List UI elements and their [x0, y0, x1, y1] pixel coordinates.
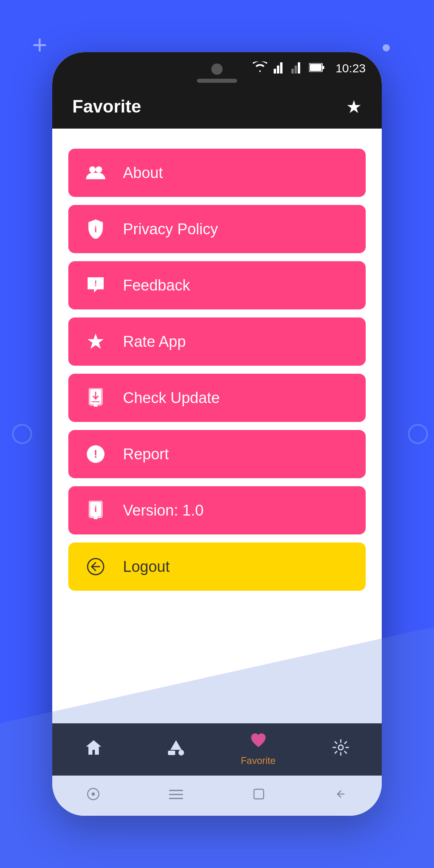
about-label: About: [123, 164, 163, 182]
signal2-icon: [291, 61, 303, 76]
rate-app-label: Rate App: [123, 333, 186, 350]
status-icons: 10:23: [253, 61, 366, 76]
signal-icon: [274, 61, 285, 76]
nav-favorite[interactable]: Favorite: [217, 733, 299, 766]
nav-home[interactable]: [52, 739, 135, 760]
feedback-label: Feedback: [123, 277, 190, 294]
svg-text:i: i: [94, 504, 97, 514]
svg-rect-17: [94, 404, 98, 407]
svg-text:!: !: [94, 448, 97, 460]
svg-rect-35: [254, 789, 264, 799]
android-nav: [52, 776, 382, 816]
circle-right-decoration: [408, 424, 428, 444]
check-update-label: Check Update: [123, 389, 220, 407]
bottom-nav: Favorite: [52, 723, 382, 776]
main-content: About i Privacy Policy ! Feedback: [52, 129, 382, 723]
android-back-btn[interactable]: [334, 787, 348, 805]
report-icon: !: [84, 443, 107, 465]
logout-icon: [84, 555, 107, 578]
logout-label: Logout: [123, 558, 170, 575]
privacy-policy-label: Privacy Policy: [123, 221, 218, 238]
svg-rect-8: [322, 66, 324, 69]
header-star-icon[interactable]: ★: [346, 96, 362, 117]
version-button[interactable]: i Version: 1.0: [68, 486, 366, 534]
battery-icon: [309, 62, 324, 75]
check-update-icon: [84, 387, 107, 409]
svg-rect-0: [274, 69, 276, 74]
status-time: 10:23: [336, 61, 366, 75]
svg-marker-13: [88, 334, 104, 349]
notch-area: [197, 52, 237, 83]
check-update-button[interactable]: Check Update: [68, 374, 366, 422]
svg-point-9: [89, 166, 96, 173]
settings-icon: [332, 739, 349, 760]
shapes-icon: [167, 739, 185, 760]
svg-point-31: [92, 792, 95, 796]
report-label: Report: [123, 446, 169, 463]
privacy-policy-icon: i: [84, 218, 107, 240]
circle-left-decoration: [12, 424, 32, 444]
svg-rect-23: [94, 517, 98, 519]
svg-point-28: [178, 750, 184, 755]
report-button[interactable]: ! Report: [68, 430, 366, 478]
version-icon: i: [84, 499, 107, 522]
svg-rect-1: [277, 66, 279, 74]
android-square-btn[interactable]: [252, 787, 266, 805]
speaker-bar: [197, 79, 237, 83]
dot-decoration: [383, 44, 390, 51]
svg-point-29: [338, 745, 343, 750]
rate-app-button[interactable]: Rate App: [68, 317, 366, 366]
heart-icon: [250, 733, 267, 753]
svg-point-10: [96, 166, 102, 173]
front-camera: [211, 63, 223, 75]
rate-app-icon: [84, 330, 107, 353]
plus-decoration: +: [32, 32, 47, 58]
svg-rect-27: [168, 751, 175, 755]
svg-rect-5: [298, 62, 300, 74]
version-label: Version: 1.0: [123, 502, 204, 519]
about-button[interactable]: About: [68, 149, 366, 197]
privacy-policy-button[interactable]: i Privacy Policy: [68, 205, 366, 253]
android-circle-btn[interactable]: [86, 787, 100, 805]
about-icon: [84, 162, 107, 184]
svg-text:!: !: [94, 279, 97, 288]
phone-frame: 10:23 Favorite ★ About i: [52, 52, 382, 816]
nav-shapes[interactable]: [135, 739, 217, 760]
svg-rect-2: [280, 62, 283, 74]
app-header: Favorite ★: [52, 84, 382, 129]
svg-rect-7: [310, 64, 321, 71]
logout-button[interactable]: Logout: [68, 542, 366, 591]
svg-text:i: i: [94, 224, 97, 234]
android-menu-btn[interactable]: [168, 787, 184, 804]
wifi-icon: [253, 61, 267, 76]
svg-marker-26: [170, 740, 182, 750]
header-title: Favorite: [72, 96, 141, 117]
svg-rect-3: [291, 69, 294, 74]
feedback-icon: !: [84, 274, 107, 297]
nav-settings[interactable]: [299, 739, 382, 760]
home-icon: [85, 739, 102, 760]
svg-rect-4: [295, 66, 297, 74]
favorite-nav-label: Favorite: [241, 755, 276, 766]
feedback-button[interactable]: ! Feedback: [68, 261, 366, 309]
